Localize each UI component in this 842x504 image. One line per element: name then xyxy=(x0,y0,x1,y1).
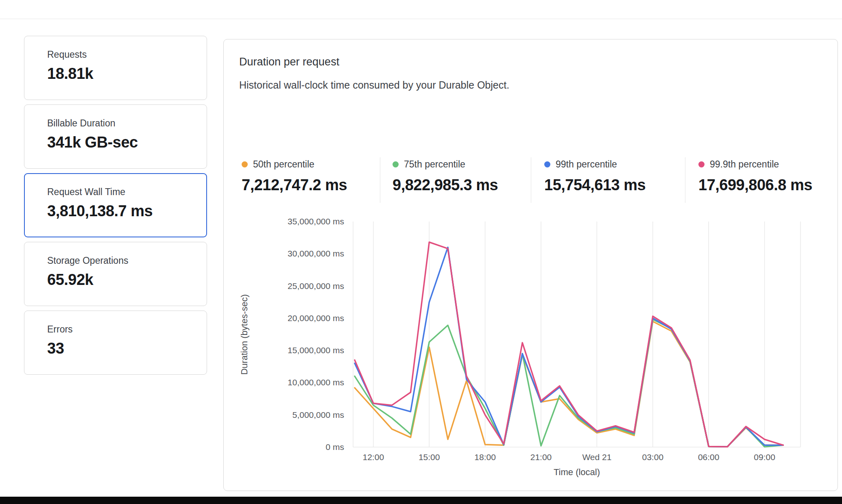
metric-label: Request Wall Time xyxy=(47,187,199,198)
legend-label: 99th percentile xyxy=(556,159,617,170)
svg-text:Wed 21: Wed 21 xyxy=(582,452,611,462)
legend-item-p50[interactable]: 50th percentile 7,212,747.2 ms xyxy=(242,157,380,203)
top-divider xyxy=(0,19,842,19)
svg-text:15:00: 15:00 xyxy=(419,452,440,462)
legend-label: 99.9th percentile xyxy=(710,159,779,170)
metric-value: 3,810,138.7 ms xyxy=(47,202,199,220)
svg-text:15,000,000 ms: 15,000,000 ms xyxy=(288,345,344,355)
metric-label: Errors xyxy=(47,324,199,335)
svg-text:Time (local): Time (local) xyxy=(554,467,600,477)
metric-value: 341k GB-sec xyxy=(47,134,199,151)
svg-text:21:00: 21:00 xyxy=(530,452,552,462)
legend-item-p999[interactable]: 99.9th percentile 17,699,806.8 ms xyxy=(685,157,838,203)
duration-line-chart[interactable]: 0 ms5,000,000 ms10,000,000 ms15,000,000 … xyxy=(236,212,810,480)
legend-item-p75[interactable]: 75th percentile 9,822,985.3 ms xyxy=(380,157,531,203)
metric-label: Storage Operations xyxy=(47,255,199,266)
svg-text:20,000,000 ms: 20,000,000 ms xyxy=(288,313,344,323)
legend-value: 17,699,806.8 ms xyxy=(698,176,838,194)
metric-cards-sidebar: Requests 18.81k Billable Duration 341k G… xyxy=(24,36,207,375)
p50-dot-icon xyxy=(242,161,248,167)
svg-text:35,000,000 ms: 35,000,000 ms xyxy=(288,217,344,226)
metric-card-billable-duration[interactable]: Billable Duration 341k GB-sec xyxy=(24,104,207,169)
metric-value: 18.81k xyxy=(47,65,199,83)
panel-title: Duration per request xyxy=(239,56,339,68)
p75-dot-icon xyxy=(393,161,399,167)
legend-label: 50th percentile xyxy=(253,159,314,170)
legend-item-p99[interactable]: 99th percentile 15,754,613 ms xyxy=(531,157,685,203)
legend-value: 7,212,747.2 ms xyxy=(242,176,380,194)
chart-legend: 50th percentile 7,212,747.2 ms 75th perc… xyxy=(242,157,838,203)
svg-text:5,000,000 ms: 5,000,000 ms xyxy=(292,410,344,419)
svg-text:0 ms: 0 ms xyxy=(325,442,344,452)
duration-chart[interactable]: 0 ms5,000,000 ms10,000,000 ms15,000,000 … xyxy=(236,212,810,480)
svg-text:12:00: 12:00 xyxy=(363,452,384,462)
bottom-bar xyxy=(0,497,842,504)
metric-card-request-wall-time[interactable]: Request Wall Time 3,810,138.7 ms xyxy=(24,173,207,237)
legend-value: 9,822,985.3 ms xyxy=(393,176,531,194)
svg-text:03:00: 03:00 xyxy=(642,452,664,462)
p99-dot-icon xyxy=(544,161,550,167)
svg-text:18:00: 18:00 xyxy=(474,452,496,462)
metric-card-requests[interactable]: Requests 18.81k xyxy=(24,36,207,100)
svg-text:30,000,000 ms: 30,000,000 ms xyxy=(288,249,344,258)
svg-text:09:00: 09:00 xyxy=(754,452,775,462)
metric-card-storage-operations[interactable]: Storage Operations 65.92k xyxy=(24,242,207,306)
svg-text:06:00: 06:00 xyxy=(698,452,720,462)
svg-text:10,000,000 ms: 10,000,000 ms xyxy=(288,378,344,387)
metric-value: 33 xyxy=(47,340,199,357)
panel-subtitle: Historical wall-clock time consumed by y… xyxy=(239,79,509,91)
metric-label: Billable Duration xyxy=(47,118,199,129)
legend-value: 15,754,613 ms xyxy=(544,176,685,194)
metric-value: 65.92k xyxy=(47,271,199,289)
metric-card-errors[interactable]: Errors 33 xyxy=(24,311,207,375)
metric-label: Requests xyxy=(47,49,199,60)
p999-dot-icon xyxy=(698,161,705,167)
svg-text:Duration (bytes-sec): Duration (bytes-sec) xyxy=(239,294,249,375)
svg-text:25,000,000 ms: 25,000,000 ms xyxy=(288,281,344,291)
legend-label: 75th percentile xyxy=(404,159,465,170)
duration-per-request-panel: Duration per request Historical wall-clo… xyxy=(223,39,838,491)
